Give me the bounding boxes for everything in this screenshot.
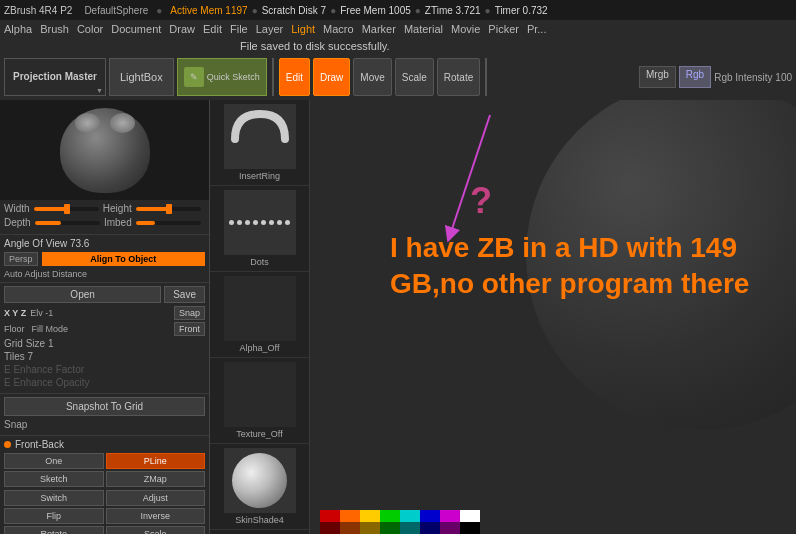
menu-light[interactable]: Light: [291, 23, 315, 35]
adjust-button[interactable]: Adjust: [106, 490, 206, 506]
e-enhance-opacity-label: E Enhance Opacity: [4, 377, 205, 388]
save-message-bar: File saved to disk successfully.: [0, 38, 796, 54]
imbed-slider[interactable]: [136, 221, 201, 225]
menu-preferences[interactable]: Pr...: [527, 23, 547, 35]
dimensions-section: Width Height Depth Imbed: [0, 200, 209, 235]
open-button[interactable]: Open: [4, 286, 161, 303]
angle-of-view-label: Angle Of View 73.6: [4, 238, 89, 249]
top-sep1: ●: [156, 5, 162, 16]
mrgb-button[interactable]: Mrgb: [639, 66, 676, 88]
zmap-button[interactable]: ZMap: [106, 471, 206, 487]
swatch-cyan[interactable]: [400, 510, 420, 522]
menu-material[interactable]: Material: [404, 23, 443, 35]
swatch-purple[interactable]: [440, 510, 460, 522]
dot-7: [277, 220, 282, 225]
menu-color[interactable]: Color: [77, 23, 103, 35]
quick-sketch-button[interactable]: ✎ Quick Sketch: [177, 58, 267, 96]
swatch-blue[interactable]: [420, 510, 440, 522]
alpha-dots[interactable]: Dots: [210, 186, 309, 272]
angle-section: Angle Of View 73.6 Persp Align To Object…: [0, 235, 209, 283]
front-button[interactable]: Front: [174, 322, 205, 336]
scale-action-button[interactable]: Scale: [106, 526, 206, 534]
main-area: Width Height Depth Imbed: [0, 100, 796, 534]
xyz-row: X Y Z Elv -1 Snap: [4, 306, 205, 320]
save-button[interactable]: Save: [164, 286, 205, 303]
top-sep5: ●: [485, 5, 491, 16]
swatch-dark-orange[interactable]: [340, 522, 360, 534]
sketchab-button[interactable]: Sketch: [4, 471, 104, 487]
move-button[interactable]: Move: [353, 58, 391, 96]
menu-document[interactable]: Document: [111, 23, 161, 35]
menu-marker[interactable]: Marker: [362, 23, 396, 35]
swatch-red[interactable]: [320, 510, 340, 522]
flip-button[interactable]: Flip: [4, 508, 104, 524]
timer: Timer 0.732: [495, 5, 548, 16]
lightbox-label: LightBox: [120, 71, 163, 83]
angle-row: Angle Of View 73.6: [4, 238, 205, 249]
swatch-orange[interactable]: [340, 510, 360, 522]
skin-shade-4[interactable]: SkinShade4: [210, 444, 309, 530]
ztime: ZTime 3.721: [425, 5, 481, 16]
swatch-black[interactable]: [460, 522, 480, 534]
quick-sketch-label: Quick Sketch: [207, 72, 260, 82]
menu-alpha[interactable]: Alpha: [4, 23, 32, 35]
scale-button[interactable]: Scale: [395, 58, 434, 96]
snapshot-to-grid-button[interactable]: Snapshot To Grid: [4, 397, 205, 416]
front-back-label: Front-Back: [15, 439, 64, 450]
one-button[interactable]: One: [4, 453, 104, 469]
swatch-dark-yellow[interactable]: [360, 522, 380, 534]
alpha-off[interactable]: Alpha_Off: [210, 272, 309, 358]
rotate-button[interactable]: Rotate: [437, 58, 480, 96]
tiles-label: Tiles 7: [4, 351, 205, 362]
draw-label: Draw: [320, 72, 343, 83]
snap-button[interactable]: Snap: [174, 306, 205, 320]
menu-layer[interactable]: Layer: [256, 23, 284, 35]
rotate-action-button[interactable]: Rotate: [4, 526, 104, 534]
swatch-dark-blue[interactable]: [420, 522, 440, 534]
skin-shade-sphere: [232, 453, 287, 508]
dot-1: [229, 220, 234, 225]
width-slider[interactable]: [34, 207, 99, 211]
rgb-button[interactable]: Rgb: [679, 66, 711, 88]
perspective-label: Persp: [4, 252, 38, 266]
swatch-white[interactable]: [460, 510, 480, 522]
app-name: ZBrush 4R4 P2: [4, 5, 72, 16]
projection-master-button[interactable]: Projection Master: [4, 58, 106, 96]
rgb-intensity-label: Rgb Intensity 100: [714, 72, 792, 83]
swatch-row-1: [320, 510, 480, 522]
lightbox-button[interactable]: LightBox: [109, 58, 174, 96]
align-to-object-button[interactable]: Align To Object: [42, 252, 205, 266]
swatch-dark-cyan[interactable]: [400, 522, 420, 534]
menu-brush[interactable]: Brush: [40, 23, 69, 35]
swatch-dark-red[interactable]: [320, 522, 340, 534]
menu-draw[interactable]: Draw: [169, 23, 195, 35]
swatch-dark-green[interactable]: [380, 522, 400, 534]
depth-slider[interactable]: [35, 221, 100, 225]
top-sep3: ●: [330, 5, 336, 16]
alpha-insert-ring[interactable]: InsertRing: [210, 100, 309, 186]
swatch-green[interactable]: [380, 510, 400, 522]
menu-movie[interactable]: Movie: [451, 23, 480, 35]
swatch-dark-purple[interactable]: [440, 522, 460, 534]
draw-button[interactable]: Draw: [313, 58, 350, 96]
texture-off[interactable]: Texture_Off: [210, 358, 309, 444]
edit-label: Edit: [286, 72, 303, 83]
skin-shade-thumb: [224, 448, 296, 513]
menu-edit[interactable]: Edit: [203, 23, 222, 35]
height-slider[interactable]: [136, 207, 201, 211]
menu-macro[interactable]: Macro: [323, 23, 354, 35]
fill-mode-label: Fill Mode: [32, 324, 69, 334]
left-panel: Width Height Depth Imbed: [0, 100, 210, 534]
edit-button[interactable]: Edit: [279, 58, 310, 96]
pline-button[interactable]: PLine: [106, 453, 206, 469]
top-sep2: ●: [252, 5, 258, 16]
menu-file[interactable]: File: [230, 23, 248, 35]
inverse-button[interactable]: Inverse: [106, 508, 206, 524]
menu-picker[interactable]: Picker: [488, 23, 519, 35]
snap-label: Snap: [4, 419, 205, 430]
free-mem: Free Mem 1005: [340, 5, 411, 16]
switch-button[interactable]: Switch: [4, 490, 104, 506]
projection-master-label: Projection Master: [13, 71, 97, 83]
swatch-yellow[interactable]: [360, 510, 380, 522]
dot-4: [253, 220, 258, 225]
